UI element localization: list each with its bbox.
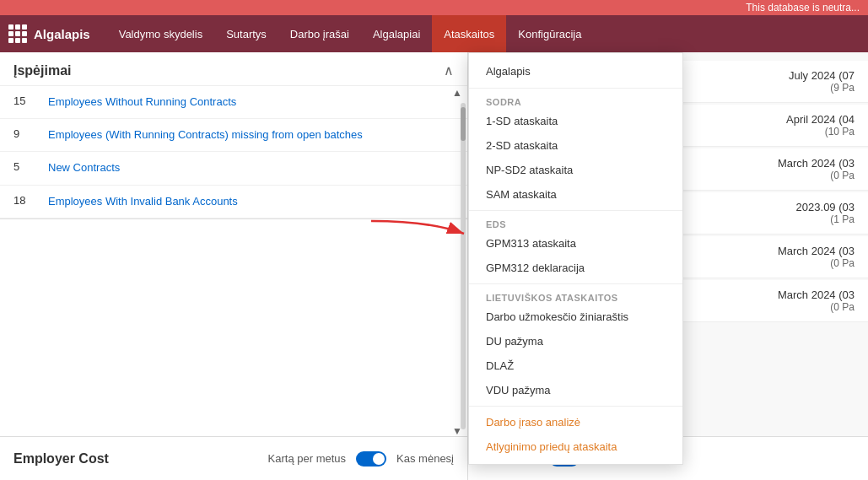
warnings-collapse-btn[interactable]: ∧ — [444, 62, 454, 78]
dropdown-item-sam[interactable]: SAM ataskaita — [469, 182, 682, 207]
warning-item-3: 5 New Contracts — [0, 152, 467, 185]
grid-icon — [8, 24, 27, 43]
dropdown-section-lt: Lietuviškos ataskaitos — [469, 288, 682, 305]
dropdown-item-1sd[interactable]: 1-SD ataskaita — [469, 109, 682, 133]
dropdown-item-du-pazym[interactable]: DU pažyma — [469, 329, 682, 353]
navbar: Algalapis Valdymo skydelis Sutartys Darb… — [0, 15, 868, 52]
dropdown-item-atlyginimo[interactable]: Atlyginimo priedų ataskaita — [469, 434, 682, 459]
scroll-track — [461, 103, 466, 429]
dropdown-section-eds: EDS — [469, 214, 682, 231]
warning-item-4: 18 Employees With Invalid Bank Accounts — [0, 186, 467, 218]
warning-num-4: 18 — [13, 194, 35, 207]
warning-num-1: 15 — [13, 94, 35, 107]
dropdown-item-darbo-analize[interactable]: Darbo įraso analizė — [469, 410, 682, 434]
scroll-up-btn[interactable]: ▲ — [449, 84, 466, 101]
dropdown-item-2sd[interactable]: 2-SD ataskaita — [469, 133, 682, 158]
warnings-header: Įspėjimai ∧ — [0, 52, 467, 86]
dropdown-item-dlaz[interactable]: DLAŽ — [469, 353, 682, 378]
nav-item-darbo[interactable]: Darbo įrašai — [278, 15, 361, 52]
warnings-title: Įspėjimai — [13, 63, 71, 78]
dropdown-item-darbo-zm[interactable]: Darbo užmokesčio žiniaraštis — [469, 305, 682, 329]
dropdown-item-algalapis[interactable]: Algalapis — [469, 58, 682, 84]
separator-2 — [469, 210, 682, 211]
warning-item-1: 15 Employees Without Running Contracts — [0, 86, 467, 119]
separator-1 — [469, 88, 682, 89]
scroll-thumb[interactable] — [461, 107, 466, 141]
nav-item-ataskaitos[interactable]: Ataskaitos — [432, 15, 506, 52]
nav-item-sutartys[interactable]: Sutartys — [214, 15, 278, 52]
warning-num-3: 5 — [13, 160, 35, 173]
warning-bar: This database is neutra... — [0, 0, 868, 15]
employer-section: Employer Cost Kartą per metus Kas mėnesį — [0, 436, 467, 480]
separator-4 — [469, 406, 682, 407]
employer-title: Employer Cost — [13, 451, 258, 467]
warning-item-2: 9 Employees (With Running Contracts) mis… — [0, 119, 467, 152]
separator-3 — [469, 283, 682, 284]
toggle2-label: Kas mėnesį — [396, 452, 454, 465]
main-area: Įspėjimai ∧ 15 Employees Without Running… — [0, 52, 868, 480]
dropdown-item-gpm312[interactable]: GPM312 deklaracija — [469, 256, 682, 280]
warning-link-2[interactable]: Employees (With Running Contracts) missi… — [48, 127, 363, 143]
dropdown-menu: Algalapis SODRA 1-SD ataskaita 2-SD atas… — [468, 52, 683, 465]
dropdown-item-gpm313[interactable]: GPM313 ataskaita — [469, 231, 682, 256]
toggle1-label: Kartą per metus — [268, 452, 347, 465]
warning-link-3[interactable]: New Contracts — [48, 160, 120, 175]
left-panel: Įspėjimai ∧ 15 Employees Without Running… — [0, 52, 468, 480]
nav-item-konfiguracija[interactable]: Konfigūracija — [506, 15, 593, 52]
warning-link-4[interactable]: Employees With Invalid Bank Accounts — [48, 194, 238, 209]
toggle1[interactable] — [356, 451, 386, 467]
warning-link-1[interactable]: Employees Without Running Contracts — [48, 94, 236, 110]
warnings-section: Įspėjimai ∧ 15 Employees Without Running… — [0, 52, 467, 219]
warning-num-2: 9 — [13, 127, 35, 140]
nav-item-algalapiai[interactable]: Algalapiai — [361, 15, 432, 52]
nav-item-valdymo[interactable]: Valdymo skydelis — [107, 15, 214, 52]
brand[interactable]: Algalapis — [8, 24, 90, 43]
dropdown-item-npsd2[interactable]: NP-SD2 ataskaita — [469, 158, 682, 182]
dropdown-section-sodra: SODRA — [469, 92, 682, 109]
dropdown-item-vdu[interactable]: VDU pažyma — [469, 378, 682, 402]
